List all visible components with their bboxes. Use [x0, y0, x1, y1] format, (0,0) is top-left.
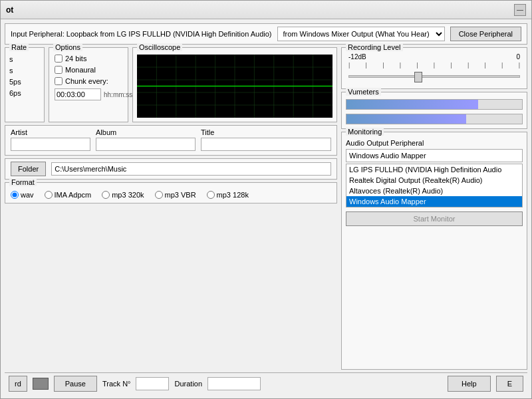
- monitoring-content: Audio Output Peripheral Windows Audio Ma…: [346, 139, 523, 226]
- dropdown-item-1[interactable]: LG IPS FULLHD (NVIDIA High Definition Au…: [346, 164, 522, 175]
- format-mp3-vbr-label: mp3 VBR: [165, 191, 196, 199]
- format-mp3-vbr-radio[interactable]: [155, 191, 163, 199]
- duration-input[interactable]: [207, 377, 261, 390]
- album-field: Album: [96, 128, 196, 151]
- monitoring-group: Monitoring Audio Output Peripheral Windo…: [341, 132, 527, 370]
- peripheral-label: Input Peripheral: Loopback from LG IPS F…: [11, 30, 272, 38]
- folder-row: Folder: [5, 158, 337, 180]
- rate-option-4: 6ps: [9, 88, 40, 98]
- minimize-button[interactable]: —: [514, 4, 526, 16]
- oscilloscope-group: Oscilloscope: [132, 47, 337, 122]
- format-wav-label: wav: [21, 191, 34, 199]
- title-bar: ot —: [1, 1, 531, 19]
- exit-button[interactable]: E: [496, 376, 523, 392]
- chunk-hint: hh:mm:ss: [104, 91, 132, 98]
- tick-marks: ||||| ||||| |: [346, 62, 523, 68]
- rate-options: s s 5ps 6ps: [9, 55, 40, 98]
- format-ima[interactable]: IMA Adpcm: [45, 191, 92, 199]
- vumeter-bar-1-container: [346, 99, 523, 110]
- monaural-checkbox[interactable]: [55, 66, 63, 74]
- format-group-label: Format: [9, 178, 37, 186]
- bottom-bar: rd Pause Track N° Duration Help E: [5, 372, 527, 394]
- format-mp3-vbr[interactable]: mp3 VBR: [155, 191, 196, 199]
- artist-field: Artist: [11, 128, 90, 151]
- help-button[interactable]: Help: [448, 376, 491, 392]
- album-input[interactable]: [96, 138, 196, 151]
- trackn-label: Track N°: [102, 380, 131, 388]
- oscilloscope-label: Oscilloscope: [137, 43, 182, 51]
- monitoring-sublabel: Audio Output Peripheral: [346, 139, 523, 147]
- chunk-checkbox-row[interactable]: Chunk every:: [55, 77, 122, 85]
- vumeter-bar-2-container: [346, 114, 523, 124]
- bits-checkbox[interactable]: [55, 55, 63, 63]
- window-title: ot: [6, 5, 13, 15]
- dropdown-item-3[interactable]: Altavoces (Realtek(R) Audio): [346, 186, 522, 196]
- slider-container: [346, 70, 523, 84]
- peripheral-select[interactable]: from Windows Mixer Output (What You Hear…: [277, 27, 445, 41]
- format-mp3-320-radio[interactable]: [102, 191, 110, 199]
- duration-label: Duration: [174, 380, 202, 388]
- format-options: wav IMA Adpcm mp3 320k mp3 VBR: [11, 191, 331, 199]
- vumeter-bar-2: [346, 114, 466, 124]
- oscilloscope-canvas: [137, 55, 332, 118]
- vumeter-bar-1: [346, 100, 478, 109]
- main-window: ot — Input Peripheral: Loopback from LG …: [0, 0, 532, 399]
- monitoring-display[interactable]: Windows Audio Mapper: [346, 149, 523, 162]
- format-mp3-128-label: mp3 128k: [217, 191, 249, 199]
- level-scale-labels: -12dB 0: [346, 53, 523, 61]
- chunk-input[interactable]: [55, 88, 101, 100]
- record-indicator: [33, 378, 49, 390]
- format-ima-label: IMA Adpcm: [55, 191, 92, 199]
- record-button[interactable]: rd: [9, 376, 27, 392]
- dropdown-item-4[interactable]: Windows Audio Mapper: [346, 196, 522, 207]
- oscilloscope-grid: [137, 55, 332, 118]
- bits-checkbox-row[interactable]: 24 bits: [55, 55, 122, 63]
- recording-level-content: -12dB 0 ||||| ||||| |: [346, 53, 523, 84]
- artist-input[interactable]: [11, 138, 90, 151]
- format-mp3-320[interactable]: mp3 320k: [102, 191, 144, 199]
- folder-input[interactable]: [51, 162, 331, 176]
- folder-button[interactable]: Folder: [11, 162, 46, 176]
- close-peripheral-button[interactable]: Close Peripheral: [450, 27, 521, 41]
- top-row: Rate s s 5ps 6ps Options: [5, 47, 337, 122]
- artist-label: Artist: [11, 128, 90, 136]
- rate-group-label: Rate: [9, 43, 29, 51]
- rate-option-3: 5ps: [9, 77, 40, 86]
- middle-area: Rate s s 5ps 6ps Options: [5, 47, 527, 370]
- main-content: Input Peripheral: Loopback from LG IPS F…: [1, 19, 531, 398]
- level-max-label: 0: [516, 53, 520, 61]
- dropdown-item-2[interactable]: Realtek Digital Output (Realtek(R) Audio…: [346, 175, 522, 186]
- title-label: Title: [201, 128, 331, 136]
- options-content: 24 bits Monaural Chunk every:: [55, 55, 122, 100]
- trackn-input[interactable]: [136, 377, 169, 390]
- title-bar-controls: —: [514, 4, 526, 16]
- format-wav[interactable]: wav: [11, 191, 34, 199]
- title-input[interactable]: [201, 138, 331, 151]
- format-mp3-320-label: mp3 320k: [112, 191, 144, 199]
- recording-level-slider[interactable]: [348, 71, 520, 82]
- format-wav-radio[interactable]: [11, 191, 19, 199]
- format-mp3-128-radio[interactable]: [207, 191, 215, 199]
- format-ima-radio[interactable]: [45, 191, 53, 199]
- start-monitor-button[interactable]: Start Monitor: [346, 211, 523, 226]
- vumeters-content: [346, 99, 523, 124]
- options-group: Options 24 bits Monaural: [49, 47, 128, 122]
- level-min-label: -12dB: [348, 53, 366, 61]
- album-label: Album: [96, 128, 196, 136]
- monitoring-dropdown-list: LG IPS FULLHD (NVIDIA High Definition Au…: [346, 164, 523, 207]
- monitoring-label: Monitoring: [346, 128, 384, 136]
- monaural-checkbox-row[interactable]: Monaural: [55, 66, 122, 74]
- chunk-label: Chunk every:: [65, 77, 108, 85]
- recording-level-label: Recording Level: [346, 43, 403, 51]
- left-panel: Rate s s 5ps 6ps Options: [5, 47, 337, 370]
- title-field: Title: [201, 128, 331, 151]
- recording-level-group: Recording Level -12dB 0 ||||| ||||| |: [341, 47, 527, 89]
- right-panel: Recording Level -12dB 0 ||||| ||||| |: [341, 47, 527, 370]
- chunk-checkbox[interactable]: [55, 77, 63, 85]
- pause-button[interactable]: Pause: [54, 376, 97, 392]
- format-mp3-128[interactable]: mp3 128k: [207, 191, 249, 199]
- bits-label: 24 bits: [65, 55, 86, 63]
- rate-option-2: s: [9, 66, 40, 75]
- vumeters-group: Vumeters: [341, 92, 527, 129]
- options-group-label: Options: [53, 43, 82, 51]
